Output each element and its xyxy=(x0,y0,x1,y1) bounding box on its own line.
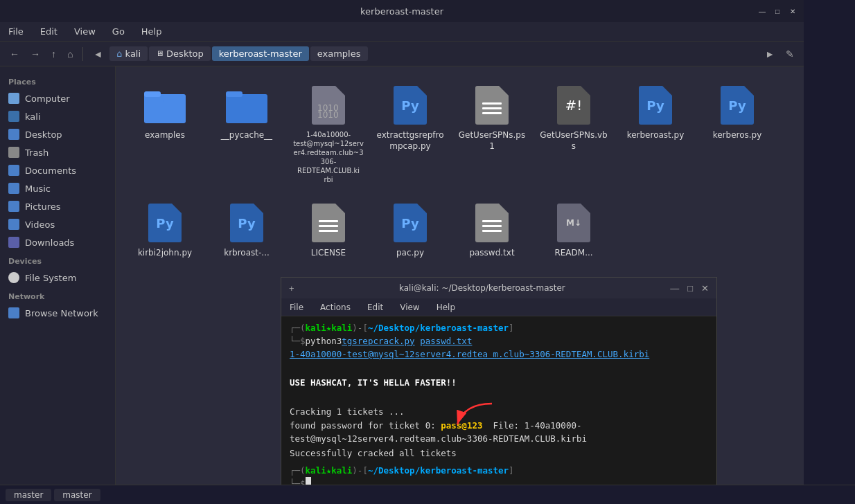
term-content[interactable]: ┌─( kali ★ kali )-[ ~/Desktop/kerberoast… xyxy=(281,316,716,504)
file-item-kirbi[interactable]: 1010 1010 1-40a10000-test@mysql~12serv e… xyxy=(290,78,367,190)
sidebar-item-pictures[interactable]: Pictures xyxy=(0,197,115,215)
fm-minimize-button[interactable]: — xyxy=(757,6,768,17)
kirbi-file-icon: 1010 1010 xyxy=(306,83,351,127)
examples-folder-icon xyxy=(143,83,187,127)
readme-label: READM... xyxy=(554,248,592,259)
desktop-icon: 🖥 xyxy=(156,49,164,58)
kirbi2john-py-icon: Py xyxy=(143,201,187,245)
sidebar-item-filesystem[interactable]: File System xyxy=(0,269,115,287)
pycache-label: __pycache__ xyxy=(221,130,272,141)
forward-button[interactable]: → xyxy=(26,46,44,62)
sidebar-trash-label: Trash xyxy=(25,147,49,158)
menu-edit[interactable]: Edit xyxy=(37,25,60,38)
sidebar-computer-label: Computer xyxy=(25,93,70,104)
nav-prev-button[interactable]: ◄ xyxy=(89,46,107,62)
readme-icon: M↓ xyxy=(552,201,596,245)
browse-network-icon xyxy=(8,307,19,318)
sidebar-item-videos[interactable]: Videos xyxy=(0,215,115,233)
kirbi2john-py-label: kirbi2john.py xyxy=(138,248,192,259)
trash-icon xyxy=(8,147,19,158)
music-icon xyxy=(8,183,19,194)
license-icon xyxy=(306,201,351,245)
sidebar-kali-label: kali xyxy=(25,111,41,122)
vbs-label: GetUserSPNs.vbs xyxy=(538,130,609,152)
file-item-pac-py[interactable]: Py pac.py xyxy=(372,195,448,264)
file-item-getuserspns-vbs[interactable]: #! GetUserSPNs.vbs xyxy=(536,78,612,190)
term-menu-actions[interactable]: Actions xyxy=(317,301,353,314)
term-menu-edit[interactable]: Edit xyxy=(364,301,386,314)
term-new-tab-button[interactable]: + xyxy=(287,283,297,294)
sidebar-item-kali[interactable]: kali xyxy=(0,107,115,125)
taskbar-item-1[interactable]: master xyxy=(54,489,100,501)
file-item-kerberoast-py[interactable]: Py kerberoast.py xyxy=(617,78,694,190)
svg-rect-3 xyxy=(226,94,267,123)
nav-next-button[interactable]: ► xyxy=(761,46,779,62)
bc-desktop[interactable]: 🖥 Desktop xyxy=(149,46,211,61)
sidebar-item-downloads[interactable]: Downloads xyxy=(0,233,115,251)
term-cmd-line: └─$ python3 tgsrepcrack.py passwd.txt 1-… xyxy=(290,335,708,361)
vbs-icon: #! xyxy=(552,83,596,127)
term-menu-help[interactable]: Help xyxy=(434,301,458,314)
pac-py-label: pac.py xyxy=(396,248,424,259)
term-maximize-button[interactable]: □ xyxy=(685,283,695,294)
sidebar-item-desktop[interactable]: Desktop xyxy=(0,125,115,143)
sidebar-item-browse-network[interactable]: Browse Network xyxy=(0,304,115,322)
file-item-readme[interactable]: M↓ READM... xyxy=(536,195,612,264)
fm-title: kerberoast-master xyxy=(47,6,757,17)
term-blank-2 xyxy=(290,391,708,404)
term-close-button[interactable]: ✕ xyxy=(699,283,711,294)
krbroast-py-icon: Py xyxy=(224,201,269,245)
kali-icon xyxy=(8,111,19,122)
sidebar-item-trash[interactable]: Trash xyxy=(0,143,115,161)
sidebar-item-music[interactable]: Music xyxy=(0,179,115,197)
fm-close-button[interactable]: ✕ xyxy=(787,6,798,17)
edit-location-button[interactable]: ✎ xyxy=(782,46,798,62)
file-item-extracttgs[interactable]: Py extracttgsrepfrompcap.py xyxy=(372,78,448,190)
taskbar-item-0[interactable]: master xyxy=(6,489,51,501)
fm-toolbar: ← → ↑ ⌂ ◄ ⌂ kali 🖥 Desktop kerberoast-ma… xyxy=(0,42,804,66)
term-menu-view[interactable]: View xyxy=(397,301,422,314)
menu-help[interactable]: Help xyxy=(139,25,165,38)
file-item-getuserspns-ps1[interactable]: GetUserSPNs.ps1 xyxy=(454,78,530,190)
menu-go[interactable]: Go xyxy=(109,25,127,38)
file-item-passwd-txt[interactable]: passwd.txt xyxy=(454,195,530,264)
toolbar-separator xyxy=(82,47,83,61)
file-item-kerberos-py[interactable]: Py kerberos.py xyxy=(699,78,775,190)
file-item-kirbi2john-py[interactable]: Py kirbi2john.py xyxy=(127,195,203,264)
svg-rect-4 xyxy=(226,91,243,97)
bc-kerberoast[interactable]: kerberoast-master xyxy=(212,46,309,61)
term-title: kali@kali: ~/Desktop/kerberoast-master xyxy=(297,283,669,293)
kerberos-py-icon: Py xyxy=(715,83,759,127)
file-item-krbroast-py[interactable]: Py krbroast-... xyxy=(209,195,285,264)
up-button[interactable]: ↑ xyxy=(47,46,60,62)
extracttgs-py-icon: Py xyxy=(388,83,432,127)
downloads-icon xyxy=(8,237,19,248)
kerberoast-py-icon: Py xyxy=(633,83,678,127)
term-menu-file[interactable]: File xyxy=(287,301,306,314)
file-item-license[interactable]: LICENSE xyxy=(290,195,367,264)
fm-maximize-button[interactable]: □ xyxy=(772,6,783,17)
sidebar-pictures-label: Pictures xyxy=(25,201,60,212)
documents-icon xyxy=(8,165,19,176)
examples-label: examples xyxy=(145,130,185,141)
term-blank-1 xyxy=(290,362,708,375)
bc-examples[interactable]: examples xyxy=(310,46,368,61)
menu-file[interactable]: File xyxy=(6,25,26,38)
sidebar-downloads-label: Downloads xyxy=(25,237,74,248)
term-minimize-button[interactable]: — xyxy=(668,283,681,294)
sidebar-documents-label: Documents xyxy=(25,165,76,176)
home-icon: ⌂ xyxy=(116,48,122,59)
term-controls: — □ ✕ xyxy=(668,283,711,294)
bc-kali[interactable]: ⌂ kali xyxy=(109,46,148,61)
sidebar-item-computer[interactable]: Computer xyxy=(0,89,115,107)
sidebar-item-documents[interactable]: Documents xyxy=(0,161,115,179)
file-item-pycache[interactable]: __pycache__ xyxy=(209,78,285,190)
menu-view[interactable]: View xyxy=(71,25,98,38)
term-prompt-2: ┌─( kali ★ kali )-[ ~/Desktop/kerberoast… xyxy=(290,465,708,478)
computer-icon xyxy=(8,93,19,104)
home-button[interactable]: ⌂ xyxy=(63,46,77,62)
ps1-icon xyxy=(470,83,514,127)
back-button[interactable]: ← xyxy=(6,46,24,62)
pycache-folder-icon xyxy=(224,83,269,127)
file-item-examples[interactable]: examples xyxy=(127,78,203,190)
